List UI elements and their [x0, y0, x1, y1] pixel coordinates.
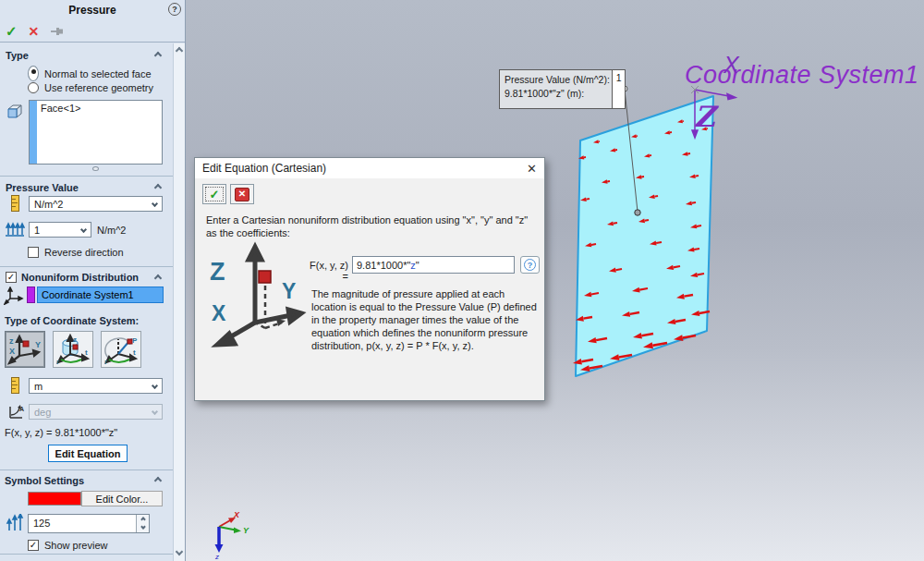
- pressure-value-combo[interactable]: 1: [29, 222, 91, 238]
- chevron-down-icon: [152, 383, 158, 389]
- dialog-intro-text: Enter a Cartesian nonuniform distributio…: [206, 213, 531, 239]
- reverse-direction-label: Reverse direction: [44, 247, 124, 258]
- spherical-icon: P r t: [103, 334, 139, 365]
- section-pressure-value-header: Pressure Value: [6, 182, 79, 193]
- svg-text:z: z: [73, 335, 77, 344]
- panel-title-text: Pressure: [68, 4, 116, 17]
- cancel-button[interactable]: ✕: [29, 25, 40, 38]
- divider: [0, 176, 185, 177]
- edit-color-button[interactable]: Edit Color...: [81, 491, 163, 506]
- callout-value[interactable]: 1: [612, 70, 625, 108]
- pressure-unit-select[interactable]: N/m^2: [29, 196, 163, 212]
- svg-text:t: t: [133, 348, 136, 357]
- checkbox-checked-icon: ✓: [28, 540, 39, 551]
- section-nonuniform-header: Nonuniform Distribution: [21, 272, 139, 283]
- arrow-size-spinner[interactable]: 125: [28, 514, 150, 533]
- scroll-up-icon[interactable]: [176, 47, 183, 55]
- equation-suffix: ": [416, 260, 419, 271]
- svg-text:z: z: [9, 336, 14, 346]
- section-type-header: Type: [6, 50, 29, 61]
- nonuniform-distribution-checkbox[interactable]: ✓ Nonuniform Distribution: [6, 272, 139, 283]
- svg-text:A: A: [19, 406, 24, 412]
- origin-z-label: z: [214, 553, 219, 561]
- dialog-cancel-button[interactable]: ✕: [230, 184, 254, 204]
- pressure-unit-label: N/m^2: [97, 225, 126, 236]
- ok-button[interactable]: ✓: [6, 24, 18, 38]
- collapse-symbol-icon[interactable]: [154, 477, 162, 484]
- coordinate-system-label[interactable]: Coordinate System1: [685, 61, 919, 90]
- divider: [0, 554, 185, 555]
- equation-preview-text: F(x, y, z) = 9.81*1000*"z": [5, 427, 117, 438]
- reverse-direction-checkbox[interactable]: Reverse direction: [28, 247, 124, 258]
- face-selection-box[interactable]: Face<1>: [29, 100, 163, 165]
- panel-toolbar: ✓ ✕: [0, 20, 185, 43]
- face-list-item[interactable]: Face<1>: [37, 101, 80, 164]
- cylindrical-icon: z r t: [55, 334, 91, 365]
- panel-title: Pressure: [0, 0, 185, 20]
- cartesian-coordinate-button[interactable]: z Y X: [5, 331, 45, 368]
- collapse-nonuniform-icon[interactable]: [154, 274, 162, 282]
- edit-equation-button[interactable]: Edit Equation: [48, 445, 128, 462]
- collapse-pressure-value-icon[interactable]: [154, 184, 162, 191]
- divider: [0, 266, 185, 267]
- radio-use-reference[interactable]: Use reference geometry: [28, 82, 153, 93]
- chevron-down-icon: [152, 409, 158, 415]
- length-ruler-icon: [11, 377, 19, 394]
- axes-x-label: X: [212, 301, 226, 325]
- pressure-callout[interactable]: Pressure Value (N/m^2): 9.81*1000*"z" (m…: [499, 69, 626, 109]
- check-icon: ✓: [210, 189, 220, 201]
- equation-prefix: 9.81*1000*": [357, 260, 410, 271]
- cartesian-icon: z Y X: [7, 334, 43, 365]
- svg-text:t: t: [85, 348, 88, 357]
- radio-normal-label: Normal to selected face: [44, 68, 152, 79]
- selection-box-active-strip: [30, 101, 37, 164]
- symbol-color-swatch: [28, 492, 81, 506]
- svg-text:r: r: [104, 358, 107, 365]
- scroll-down-icon[interactable]: [176, 548, 183, 555]
- equation-input[interactable]: 9.81*1000*"z": [352, 256, 515, 274]
- property-manager-panel: Pressure ? ✓ ✕ Type Normal to selected f…: [0, 0, 186, 561]
- selection-box-resize-handle[interactable]: [92, 166, 99, 171]
- spinner-buttons: [136, 515, 149, 532]
- face-icon: [6, 104, 24, 119]
- show-preview-label: Show preview: [44, 540, 107, 551]
- close-icon[interactable]: ✕: [527, 163, 537, 175]
- svg-text:Y: Y: [35, 340, 41, 349]
- panel-scrollbar[interactable]: [173, 43, 185, 561]
- pin-icon[interactable]: [50, 26, 65, 37]
- arrow-size-value: 125: [29, 515, 136, 532]
- callout-line2: 9.81*1000*"z" (m):: [505, 87, 610, 101]
- symbol-size-icon: [5, 514, 25, 532]
- spin-down-button[interactable]: [137, 524, 149, 533]
- show-preview-checkbox[interactable]: ✓ Show preview: [28, 540, 107, 551]
- spin-up-button[interactable]: [137, 515, 149, 524]
- origin-triad: X Y z: [214, 510, 249, 561]
- dialog-ok-button[interactable]: ✓: [202, 184, 226, 204]
- svg-text:P: P: [132, 336, 138, 345]
- radio-reference-label: Use reference geometry: [44, 82, 153, 93]
- coordinate-system-field[interactable]: Coordinate System1: [37, 287, 164, 303]
- chevron-down-icon: [152, 201, 158, 207]
- origin-y-label: Y: [243, 526, 249, 535]
- length-unit-select[interactable]: m: [29, 378, 163, 394]
- chevron-down-icon: [80, 226, 87, 233]
- dialog-title: Edit Equation (Cartesian): [202, 162, 326, 175]
- section-symbol-settings-header: Symbol Settings: [5, 475, 84, 486]
- pressure-value-icon: [5, 222, 25, 238]
- cartesian-axes-graphic: Z Y X: [204, 241, 310, 356]
- equation-label: F(x, y, z) =: [304, 260, 348, 282]
- units-ruler-icon: [11, 195, 19, 212]
- spherical-coordinate-button[interactable]: P r t: [101, 331, 141, 368]
- cylindrical-coordinate-button[interactable]: z r t: [53, 331, 93, 368]
- equation-help-button[interactable]: ?: [520, 256, 540, 274]
- radio-normal-to-face[interactable]: Normal to selected face: [28, 66, 152, 81]
- help-question-icon: ?: [524, 259, 536, 271]
- collapse-type-icon[interactable]: [154, 52, 162, 59]
- solidworks-pressure-screen: { "panel": { "title": "Pressure", "help_…: [0, 0, 924, 561]
- panel-help-icon[interactable]: ?: [168, 3, 181, 16]
- pressure-unit-value: N/m^2: [34, 199, 63, 210]
- angle-unit-select[interactable]: deg: [29, 404, 163, 420]
- checkbox-icon: [28, 247, 39, 258]
- triad-x-label: X: [723, 52, 739, 79]
- dialog-description: The magnitude of pressure applied at eac…: [311, 287, 539, 352]
